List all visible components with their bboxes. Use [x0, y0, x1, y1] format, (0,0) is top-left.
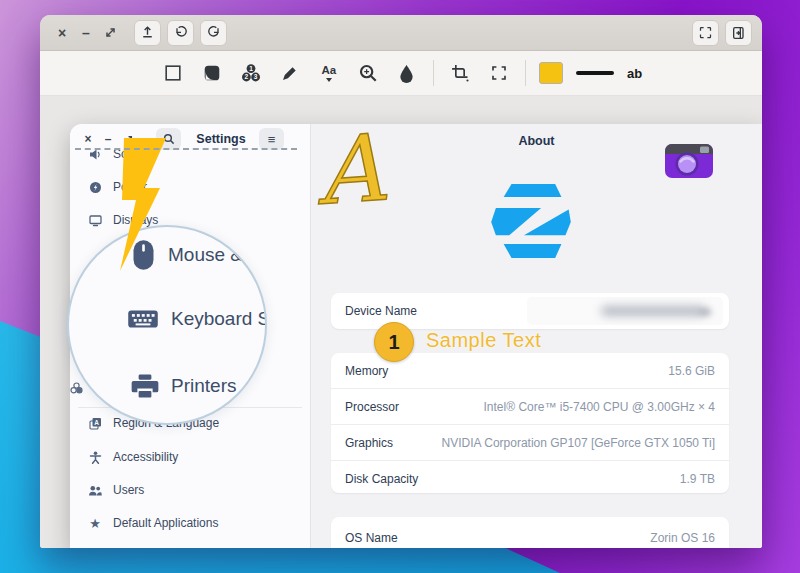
keyboard-icon — [127, 307, 159, 331]
rectangle-tool-icon[interactable] — [160, 60, 186, 86]
sidebar-item-default-applications[interactable]: ★ Default Applications — [88, 513, 304, 533]
color-wheel-icon — [70, 380, 83, 398]
magnified-item-keyboard-shortcuts: Keyboard Sho — [127, 307, 267, 331]
toolbar-separator — [525, 60, 526, 86]
resize-icon[interactable] — [98, 21, 122, 45]
chevron-down-icon — [326, 78, 332, 82]
svg-text:1: 1 — [249, 65, 253, 72]
info-row-os-name: OS Name Zorin OS 16 — [331, 517, 729, 548]
blur-drop-tool-icon[interactable] — [394, 60, 420, 86]
close-icon[interactable]: × — [50, 21, 74, 45]
svg-text:A: A — [94, 419, 99, 426]
display-icon — [88, 213, 102, 227]
magnified-item-printers: Printers — [131, 373, 236, 399]
printer-icon — [131, 373, 159, 399]
select-area-tool-icon[interactable] — [486, 60, 512, 86]
sidebar-item-label: Default Applications — [113, 516, 218, 530]
svg-text:A: A — [312, 119, 389, 224]
undo-button[interactable] — [167, 20, 194, 46]
stroke-line-icon — [576, 71, 614, 75]
color-swatch[interactable] — [539, 60, 563, 86]
text-style-control[interactable]: ab — [627, 60, 642, 86]
magnifier-tool-icon[interactable] — [355, 60, 381, 86]
minimize-icon[interactable]: – — [74, 21, 98, 45]
dashed-line-annotation[interactable] — [75, 148, 297, 150]
device-name-label: Device Name — [345, 304, 417, 318]
fullscreen-button[interactable] — [692, 20, 719, 46]
sidebar-item-label: Users — [113, 483, 144, 497]
text-tool-label: Aa — [322, 65, 337, 76]
info-row-processor: Processor Intel® Core™ i5-7400 CPU @ 3.0… — [331, 389, 729, 425]
window-actions — [692, 20, 752, 46]
svg-text:2: 2 — [244, 73, 248, 80]
history-actions — [134, 20, 227, 46]
redo-button[interactable] — [200, 20, 227, 46]
info-row-graphics: Graphics NVIDIA Corporation GP107 [GeFor… — [331, 425, 729, 461]
text-style-label: ab — [627, 66, 642, 81]
users-icon — [88, 483, 102, 497]
power-icon — [88, 180, 102, 194]
editor-canvas[interactable]: × – Settings ≡ — [40, 96, 762, 548]
accessibility-icon — [88, 450, 102, 464]
yellow-swatch-icon — [539, 62, 563, 84]
blurred-value — [601, 306, 705, 316]
counter-tool-icon[interactable]: 1 2 3 — [238, 60, 264, 86]
language-icon: A — [88, 416, 102, 430]
sample-text-annotation[interactable]: Sample Text — [426, 329, 541, 352]
export-button[interactable] — [725, 20, 752, 46]
zorin-logo — [491, 184, 571, 258]
editor-toolbar: 1 2 3 Aa — [40, 51, 762, 96]
blur-annotation[interactable] — [527, 297, 723, 325]
sidebar-item-users[interactable]: Users — [88, 480, 304, 500]
editor-headerbar: × – — [40, 15, 762, 51]
sidebar-item-label: Accessibility — [113, 450, 178, 464]
magnified-label: Keyboard Sho — [171, 308, 267, 330]
text-tool-icon[interactable]: Aa — [316, 60, 342, 86]
info-row-disk-capacity: Disk Capacity 1.9 TB — [331, 461, 729, 493]
blurred-value — [699, 309, 711, 315]
script-letter-annotation[interactable]: A — [305, 119, 390, 224]
lightning-bolt-annotation[interactable] — [110, 138, 170, 273]
svg-text:3: 3 — [254, 73, 258, 80]
camera-sticker-annotation[interactable] — [664, 136, 714, 180]
os-info-card: OS Name Zorin OS 16 — [331, 517, 729, 548]
upload-button[interactable] — [134, 20, 161, 46]
stroke-width-control[interactable] — [576, 60, 614, 86]
filled-shape-tool-icon[interactable] — [199, 60, 225, 86]
pencil-tool-icon[interactable] — [277, 60, 303, 86]
numbered-marker-annotation[interactable]: 1 — [374, 322, 414, 362]
system-info-card: Memory 15.6 GiB Processor Intel® Core™ i… — [331, 353, 729, 493]
crop-tool-icon[interactable] — [447, 60, 473, 86]
sidebar-item-accessibility[interactable]: Accessibility — [88, 447, 304, 467]
star-icon: ★ — [88, 516, 102, 530]
magnified-label: Printers — [171, 375, 236, 397]
screenshot-editor-window: × – — [40, 15, 762, 548]
toolbar-separator — [433, 60, 434, 86]
